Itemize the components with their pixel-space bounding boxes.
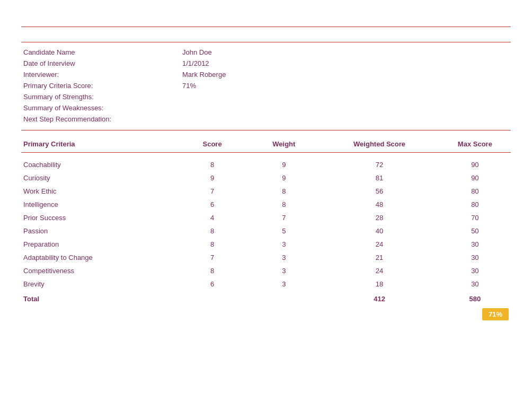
criteria-weight: 9 <box>248 158 320 171</box>
col-header-weighted: Weighted Score <box>320 136 439 153</box>
summary-field-value <box>180 102 511 114</box>
summary-field-value: 1/1/2012 <box>180 58 511 69</box>
criteria-row: Coachability 8 9 72 90 <box>21 158 511 171</box>
criteria-label: Passion <box>21 224 176 238</box>
summary-field-value: 71% <box>180 80 511 91</box>
criteria-label: Intelligence <box>21 198 176 211</box>
criteria-weight: 8 <box>248 198 320 211</box>
criteria-max: 30 <box>439 264 511 277</box>
summary-table: Candidate Name John Doe Date of Intervie… <box>21 47 511 125</box>
total-weight-empty <box>248 291 320 306</box>
summary-divider <box>21 42 511 42</box>
criteria-max: 30 <box>439 251 511 264</box>
criteria-divider <box>21 130 511 130</box>
summary-field-label: Summary of Strengths: <box>21 91 180 102</box>
criteria-weight: 3 <box>248 238 320 251</box>
col-header-score: Score <box>176 136 248 153</box>
criteria-max: 50 <box>439 224 511 238</box>
criteria-row: Curiosity 9 9 81 90 <box>21 171 511 185</box>
criteria-max: 30 <box>439 238 511 251</box>
col-header-max: Max Score <box>439 136 511 153</box>
percentage-row: 71% <box>21 306 511 323</box>
criteria-weighted: 48 <box>320 198 439 211</box>
criteria-row: Adaptability to Change 7 3 21 30 <box>21 251 511 264</box>
col-header-label: Primary Criteria <box>21 136 176 153</box>
criteria-max: 70 <box>439 211 511 224</box>
criteria-weight: 3 <box>248 251 320 264</box>
criteria-score: 4 <box>176 211 248 224</box>
summary-row: Summary of Strengths: <box>21 91 511 102</box>
criteria-weight: 3 <box>248 264 320 277</box>
criteria-weighted: 81 <box>320 171 439 185</box>
criteria-row: Passion 8 5 40 50 <box>21 224 511 238</box>
candidate-summary-header <box>21 31 511 38</box>
criteria-table: Primary Criteria Score Weight Weighted S… <box>21 136 511 323</box>
criteria-label: Work Ethic <box>21 185 176 198</box>
criteria-label: Adaptability to Change <box>21 251 176 264</box>
summary-field-value: John Doe <box>180 47 511 58</box>
criteria-weighted: 28 <box>320 211 439 224</box>
summary-row: Interviewer: Mark Roberge <box>21 69 511 80</box>
criteria-weighted: 18 <box>320 277 439 291</box>
criteria-max: 90 <box>439 158 511 171</box>
criteria-score: 7 <box>176 185 248 198</box>
col-header-weight: Weight <box>248 136 320 153</box>
criteria-row: Prior Success 4 7 28 70 <box>21 211 511 224</box>
percentage-badge: 71% <box>482 308 509 320</box>
summary-row: Next Step Recommendation: <box>21 114 511 125</box>
summary-field-value <box>180 114 511 125</box>
criteria-max: 90 <box>439 171 511 185</box>
criteria-row: Brevity 6 3 18 30 <box>21 277 511 291</box>
total-row: Total 412 580 <box>21 291 511 306</box>
summary-field-label: Date of Interview <box>21 58 180 69</box>
criteria-weighted: 24 <box>320 264 439 277</box>
criteria-weight: 7 <box>248 211 320 224</box>
summary-field-label: Summary of Weaknesses: <box>21 102 180 114</box>
criteria-weight: 3 <box>248 277 320 291</box>
summary-field-label: Next Step Recommendation: <box>21 114 180 125</box>
criteria-label: Curiosity <box>21 171 176 185</box>
criteria-weighted: 24 <box>320 238 439 251</box>
criteria-score: 9 <box>176 171 248 185</box>
summary-row: Primary Criteria Score: 71% <box>21 80 511 91</box>
criteria-score: 6 <box>176 277 248 291</box>
summary-field-label: Interviewer: <box>21 69 180 80</box>
criteria-weight: 5 <box>248 224 320 238</box>
criteria-weighted: 56 <box>320 185 439 198</box>
criteria-label: Preparation <box>21 238 176 251</box>
total-weighted-value: 412 <box>320 291 439 306</box>
criteria-weighted: 40 <box>320 224 439 238</box>
criteria-score: 6 <box>176 198 248 211</box>
summary-field-label: Primary Criteria Score: <box>21 80 180 91</box>
total-label: Total <box>21 291 176 306</box>
criteria-header-row: Primary Criteria Score Weight Weighted S… <box>21 136 511 153</box>
criteria-max: 80 <box>439 185 511 198</box>
pct-empty <box>21 306 439 323</box>
criteria-max: 80 <box>439 198 511 211</box>
total-max-value: 580 <box>439 291 511 306</box>
summary-row: Date of Interview 1/1/2012 <box>21 58 511 69</box>
criteria-score: 8 <box>176 158 248 171</box>
criteria-row: Competitiveness 8 3 24 30 <box>21 264 511 277</box>
summary-field-value <box>180 91 511 102</box>
summary-row: Candidate Name John Doe <box>21 47 511 58</box>
summary-field-value: Mark Roberge <box>180 69 511 80</box>
criteria-weight: 9 <box>248 171 320 185</box>
criteria-label: Prior Success <box>21 211 176 224</box>
total-score-empty <box>176 291 248 306</box>
criteria-max: 30 <box>439 277 511 291</box>
percentage-cell: 71% <box>439 306 511 323</box>
criteria-weighted: 21 <box>320 251 439 264</box>
summary-field-label: Candidate Name <box>21 47 180 58</box>
criteria-row: Intelligence 6 8 48 80 <box>21 198 511 211</box>
criteria-score: 8 <box>176 264 248 277</box>
criteria-row: Work Ethic 7 8 56 80 <box>21 185 511 198</box>
top-divider <box>21 27 511 27</box>
criteria-label: Brevity <box>21 277 176 291</box>
criteria-score: 8 <box>176 224 248 238</box>
criteria-weighted: 72 <box>320 158 439 171</box>
criteria-row: Preparation 8 3 24 30 <box>21 238 511 251</box>
summary-row: Summary of Weaknesses: <box>21 102 511 114</box>
criteria-score: 8 <box>176 238 248 251</box>
criteria-score: 7 <box>176 251 248 264</box>
